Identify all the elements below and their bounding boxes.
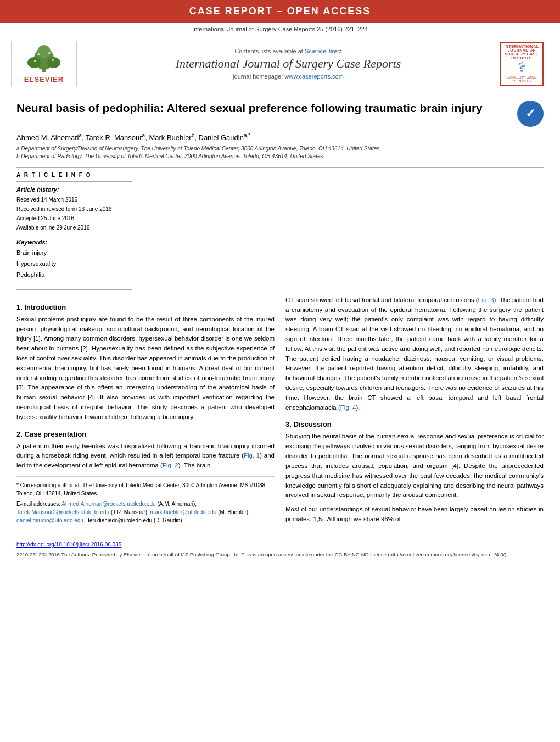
svg-point-2 (27, 57, 41, 68)
discussion-p1: Studying the neural basis of the human s… (285, 432, 544, 500)
corresponding-footnote: * Corresponding author at: The Universit… (16, 481, 275, 498)
discussion-p2: Most of our understandings of sexual beh… (285, 505, 544, 525)
article-content: Neural basis of pedophilia: Altered sexu… (0, 92, 560, 537)
article-body-right (148, 172, 544, 289)
intro-heading: 1. Introduction (16, 303, 275, 311)
journal-title: International Journal of Surgery Case Re… (77, 57, 500, 71)
keyword-hypersexuality: Hypersexuality (16, 259, 132, 270)
keyword-brain-injury: Brain injury (16, 248, 132, 259)
affiliation-a: a Department of Surgery/Division of Neur… (16, 145, 544, 153)
fig2-link[interactable]: Fig. 2 (163, 462, 178, 468)
journal-title-area: Contents lists available at ScienceDirec… (77, 48, 500, 80)
svg-point-4 (37, 45, 51, 58)
crossmark-badge[interactable]: ✓ (517, 101, 544, 127)
article-title: Neural basis of pedophilia: Altered sexu… (16, 101, 509, 115)
homepage-link[interactable]: www.casereports.com (284, 73, 344, 80)
journal-cover-icon: ⚕ (518, 60, 526, 75)
keywords-label: Keywords: (16, 239, 132, 246)
elsevier-label: ELSEVIER (14, 75, 74, 83)
affiliation-b: b Department of Radiology, The Universit… (16, 153, 544, 160)
cover-top-text: INTERNATIONAL JOURNAL OF SURGERY CASE RE… (502, 44, 541, 60)
divider-top (16, 167, 544, 168)
received-revised-date: Received in revised form 13 June 2016 (16, 204, 132, 214)
discussion-heading: 3. Discussion (285, 420, 544, 428)
journal-citation-line: International Journal of Surgery Case Re… (0, 23, 560, 35)
article-history-label: Article history: (16, 186, 132, 193)
email3-link[interactable]: mark.buehler@utoledo.edu (150, 509, 217, 515)
intro-paragraph: Sexual problems post-injury are found to… (16, 315, 275, 422)
journal-header: ELSEVIER Contents lists available at Sci… (0, 35, 560, 92)
available-date: Available online 29 June 2016 (16, 223, 132, 232)
affiliations: a Department of Surgery/Division of Neur… (16, 145, 544, 160)
case-heading: 2. Case presentation (16, 430, 275, 438)
two-col-layout: A R T I C L E I N F O Article history: R… (16, 172, 544, 289)
case-paragraph: A patient in their early twenties was ho… (16, 442, 275, 471)
accepted-date: Accepted 25 June 2016 (16, 214, 132, 223)
authors-line: Ahmed M. Alnemaria, Tarek R. Mansoura, M… (16, 132, 544, 142)
svg-point-7 (34, 60, 36, 62)
email4-link[interactable]: daniel.gaudin@utoledo.edu (16, 517, 83, 523)
keywords-list: Brain injury Hypersexuality Pedophilia (16, 248, 132, 280)
svg-point-8 (52, 59, 54, 61)
journal-cover: INTERNATIONAL JOURNAL OF SURGERY CASE RE… (500, 42, 549, 86)
email1-link[interactable]: Ahmed.Alnemari@rockets.utoledo.edu (61, 501, 155, 507)
fig1-link[interactable]: Fig. 1 (244, 452, 260, 459)
footer-license: 2210-2612/© 2016 The Authors. Published … (0, 548, 560, 564)
svg-point-5 (37, 53, 40, 55)
right-col-p1: CT scan showed left basal frontal and bi… (285, 295, 544, 413)
elsevier-logo: ELSEVIER (11, 41, 77, 86)
svg-point-6 (48, 52, 51, 54)
article-right-text-col: CT scan showed left basal frontal and bi… (285, 295, 544, 529)
fig3-link[interactable]: Fig. 3 (478, 297, 494, 303)
cover-bottom-text: SURGERY CASE REPORTS (502, 75, 541, 83)
article-info-col: A R T I C L E I N F O Article history: R… (16, 172, 137, 289)
keyword-pedophilia: Pedophilia (16, 270, 132, 281)
footnotes-area: * Corresponding author at: The Universit… (16, 476, 275, 525)
footer-doi: http://dx.doi.org/10.1016/j.ijscr.2016.0… (0, 537, 560, 548)
article-text-columns: 1. Introduction Sexual problems post-inj… (16, 295, 544, 529)
crossmark-icon: ✓ (517, 101, 544, 127)
sciencedirect-link[interactable]: ScienceDirect (305, 48, 342, 54)
svg-point-3 (47, 57, 60, 68)
fig4-link[interactable]: Fig. 4 (340, 404, 356, 411)
journal-homepage: journal homepage: www.casereports.com (77, 73, 500, 80)
article-title-row: Neural basis of pedophilia: Altered sexu… (16, 101, 544, 127)
article-info-label: A R T I C L E I N F O (16, 172, 132, 178)
email-footnotes: E-mail addresses: Ahmed.Alnemari@rockets… (16, 500, 275, 525)
article-left-text-col: 1. Introduction Sexual problems post-inj… (16, 295, 275, 529)
contents-available-text: Contents lists available at ScienceDirec… (77, 48, 500, 54)
case-report-banner: CASE REPORT – OPEN ACCESS (0, 0, 560, 23)
received-date: Received 14 March 2016 (16, 195, 132, 204)
email2-link[interactable]: Tarek.Mansour2@rockets.utoledo.edu (16, 509, 109, 515)
doi-link[interactable]: http://dx.doi.org/10.1016/j.ijscr.2016.0… (16, 542, 121, 548)
article-history-items: Received 14 March 2016 Received in revis… (16, 195, 132, 232)
